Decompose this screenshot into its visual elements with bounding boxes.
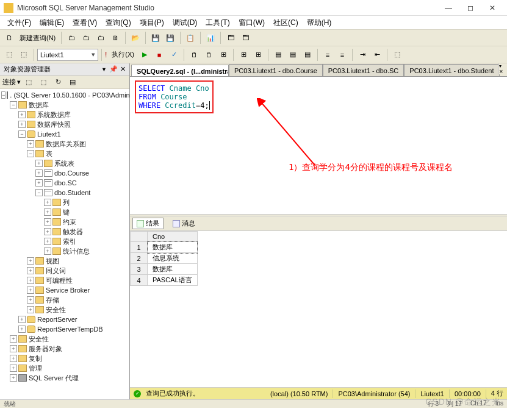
toolbar-icon[interactable]: 📋 (184, 31, 197, 44)
toolbar-icon[interactable]: ⬚ (2, 48, 16, 62)
expand-icon[interactable]: + (44, 208, 51, 216)
tree-systables[interactable]: +系统表 (0, 158, 129, 168)
expand-icon[interactable]: + (44, 238, 51, 245)
stop-button[interactable]: ■ (153, 48, 166, 62)
activity-monitor-icon[interactable]: 📊 (204, 31, 217, 44)
toolbar-icon[interactable]: 🗀 (79, 31, 93, 44)
open-button[interactable]: 📂 (129, 31, 142, 44)
table-row[interactable]: 3数据库 (131, 264, 198, 275)
collapse-icon[interactable]: − (27, 150, 34, 157)
table-row[interactable]: 4PASCAL语言 (131, 275, 198, 286)
collapse-icon[interactable]: − (35, 189, 43, 196)
outdent-icon[interactable]: ⇤ (370, 48, 384, 62)
grid-cell[interactable]: 数据库 (148, 264, 198, 275)
tree-reportservertemp[interactable]: +ReportServerTempDB (0, 324, 129, 334)
expand-icon[interactable]: + (27, 296, 34, 304)
collapse-icon[interactable]: − (1, 91, 5, 99)
toolbar-icon[interactable]: 🗔 (224, 31, 237, 44)
new-query-button[interactable]: 🗋 (2, 31, 16, 44)
tree-triggers[interactable]: +触发器 (0, 227, 129, 237)
expand-icon[interactable]: + (27, 287, 34, 294)
expand-icon[interactable]: + (18, 326, 26, 333)
tree-reportserver[interactable]: +ReportServer (0, 315, 129, 324)
autohide-icon[interactable]: 📌 (109, 65, 118, 73)
tab-sqlquery[interactable]: SQLQuery2.sql - (l...dministrator (54))* (131, 65, 229, 77)
expand-icon[interactable]: + (18, 111, 26, 118)
refresh-icon[interactable]: ↻ (51, 76, 65, 89)
connect-dropdown-icon[interactable]: ▾ (17, 78, 21, 86)
tab-student[interactable]: PC03.Liutext1 - dbo.Student (404, 64, 499, 76)
toolbar-icon[interactable]: 🗒 (202, 48, 215, 62)
messages-tab[interactable]: 消息 (168, 218, 200, 229)
tree-storage[interactable]: +存储 (0, 295, 129, 305)
tree-server-node[interactable]: −. (SQL Server 10.50.1600 - PC03\Adminis… (0, 90, 129, 100)
expand-icon[interactable]: + (10, 345, 17, 352)
tree-constraints[interactable]: +约束 (0, 217, 129, 227)
object-tree[interactable]: −. (SQL Server 10.50.1600 - PC03\Adminis… (0, 89, 129, 399)
tree-synonyms[interactable]: +同义词 (0, 266, 129, 276)
column-header[interactable]: Cno (148, 232, 198, 242)
tree-databases[interactable]: −数据库 (0, 100, 129, 110)
toolbar-icon[interactable]: 🗔 (239, 31, 252, 44)
menu-project[interactable]: 项目(P) (136, 16, 168, 29)
maximize-button[interactable]: ◻ (459, 1, 481, 15)
tree-replication[interactable]: +复制 (0, 354, 129, 363)
grid-cell[interactable]: 信息系统 (148, 253, 198, 264)
expand-icon[interactable]: + (35, 169, 43, 177)
tree-table-sc[interactable]: +dbo.SC (0, 178, 129, 188)
expand-icon[interactable]: + (35, 179, 43, 187)
table-row[interactable]: 1数据库 (131, 242, 198, 253)
menu-edit[interactable]: 编辑(E) (36, 16, 68, 29)
menu-community[interactable]: 社区(C) (270, 16, 302, 29)
tree-programmability[interactable]: +可编程性 (0, 276, 129, 285)
tab-course[interactable]: PC03.Liutext1 - dbo.Course (229, 64, 323, 76)
expand-icon[interactable]: + (10, 374, 17, 382)
grid-cell[interactable]: 数据库 (148, 242, 198, 253)
new-query-label[interactable]: 新建查询(N) (17, 34, 58, 43)
toolbar-icon[interactable]: 🗎 (109, 31, 122, 44)
expand-icon[interactable]: + (27, 257, 34, 265)
expand-icon[interactable]: + (35, 160, 43, 167)
pin-icon[interactable]: ▼ (101, 66, 107, 73)
execute-button[interactable]: 执行(X) (109, 50, 137, 59)
tree-dbdiagram[interactable]: +数据库关系图 (0, 139, 129, 149)
menu-debug[interactable]: 调试(D) (169, 16, 201, 29)
expand-icon[interactable]: + (27, 306, 34, 313)
tree-table-student[interactable]: −dbo.Student (0, 188, 129, 198)
menu-tools[interactable]: 工具(T) (202, 16, 233, 29)
tree-stats[interactable]: +统计信息 (0, 246, 129, 256)
tree-columns[interactable]: +列 (0, 198, 129, 207)
expand-icon[interactable]: + (44, 199, 51, 206)
close-panel-icon[interactable]: ✕ (120, 65, 126, 73)
expand-icon[interactable]: + (10, 365, 17, 372)
expand-icon[interactable]: + (27, 277, 34, 284)
menu-view[interactable]: 查看(V) (69, 16, 101, 29)
expand-icon[interactable]: + (44, 218, 51, 226)
expand-icon[interactable]: + (10, 335, 17, 343)
close-button[interactable]: ✕ (481, 1, 503, 15)
collapse-icon[interactable]: − (18, 130, 26, 138)
expand-icon[interactable]: + (18, 316, 26, 323)
menu-window[interactable]: 窗口(W) (235, 16, 268, 29)
minimize-button[interactable]: — (437, 1, 459, 15)
results-tab[interactable]: 结果 (132, 218, 164, 229)
toolbar-icon[interactable]: 🗀 (94, 31, 107, 44)
uncomment-icon[interactable]: ≡ (336, 48, 349, 62)
parse-button[interactable]: ✓ (167, 48, 181, 62)
expand-icon[interactable]: + (27, 267, 34, 274)
connect-button[interactable]: 连接 (2, 77, 16, 87)
results-grid[interactable]: Cno 1数据库 2信息系统 3数据库 4PASCAL语言 (130, 231, 507, 387)
tree-agent[interactable]: +SQL Server 代理 (0, 373, 129, 383)
results-file-icon[interactable]: ▤ (301, 48, 314, 62)
execute-icon[interactable]: ! (105, 51, 107, 59)
expand-icon[interactable]: + (44, 228, 51, 235)
save-all-button[interactable]: 💾 (164, 31, 177, 44)
tree-views[interactable]: +视图 (0, 256, 129, 266)
results-text-icon[interactable]: ▤ (286, 48, 300, 62)
toolbar-icon[interactable]: ⬚ (37, 76, 50, 89)
tab-overflow-icon[interactable]: ▾ ✕ (498, 63, 507, 74)
save-button[interactable]: 💾 (149, 31, 162, 44)
expand-icon[interactable]: + (18, 121, 26, 128)
tree-security-db[interactable]: +安全性 (0, 305, 129, 315)
tree-dbsnap[interactable]: +数据库快照 (0, 119, 129, 129)
